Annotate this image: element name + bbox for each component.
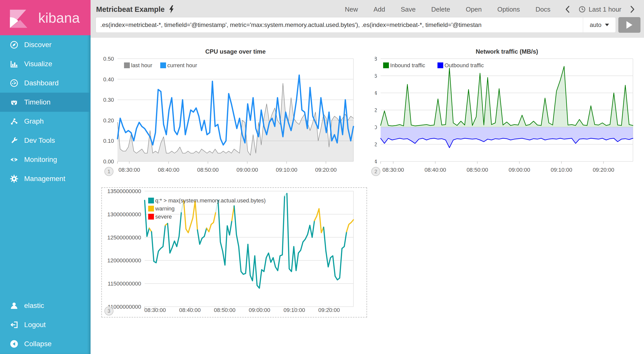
series-line-q-max-system-memory-actual-used-bytes- bbox=[151, 225, 165, 263]
series-line-q-max-system-memory-actual-used-bytes- bbox=[207, 212, 216, 232]
legend-swatch[interactable] bbox=[148, 206, 154, 211]
y-tick-label: 0.20 bbox=[103, 117, 114, 124]
legend-label[interactable]: last hour bbox=[131, 62, 152, 68]
bar-chart-icon bbox=[10, 59, 19, 68]
y-tick-label: 12500000000 bbox=[107, 234, 141, 241]
sidebar-item-label: Graph bbox=[24, 117, 44, 125]
sidebar-item-monitoring[interactable]: Monitoring bbox=[0, 150, 91, 169]
chevron-left-icon[interactable] bbox=[565, 6, 570, 13]
series-line-q-max-system-memory-actual-used-bytes- bbox=[218, 200, 232, 265]
menu-item-open[interactable]: Open bbox=[466, 6, 482, 13]
series-line-q-max-system-memory-actual-used-bytes- bbox=[314, 209, 324, 233]
sidebar-item-dashboard[interactable]: Dashboard bbox=[0, 74, 91, 93]
sidebar-item-graph[interactable]: Graph bbox=[0, 112, 91, 131]
menu-item-docs[interactable]: Docs bbox=[536, 6, 550, 13]
logout-icon bbox=[10, 320, 19, 329]
series-line-Outbound-traffic bbox=[381, 138, 633, 148]
sidebar-item-dev-tools[interactable]: Dev Tools bbox=[0, 131, 91, 150]
sidebar-item-discover[interactable]: Discover bbox=[0, 35, 91, 54]
compass-icon bbox=[10, 40, 19, 49]
x-tick-label: 09:00:00 bbox=[249, 307, 270, 313]
sheet-bolt-icon bbox=[169, 5, 174, 13]
sidebar-item-label: Dev Tools bbox=[24, 136, 55, 145]
legend-label[interactable]: Outbound traffic bbox=[445, 62, 484, 68]
y-tick-label: -2 bbox=[375, 141, 377, 148]
sidebar-item-label: Timelion bbox=[24, 98, 51, 106]
legend-swatch[interactable] bbox=[148, 214, 154, 220]
sidebar-footer-item-collapse[interactable]: Collapse bbox=[0, 334, 91, 353]
topbar: Metricbeat Example NewAddSaveDeleteOpenO… bbox=[91, 0, 644, 38]
menu-item-add[interactable]: Add bbox=[374, 6, 385, 13]
sidebar-item-visualize[interactable]: Visualize bbox=[0, 54, 91, 74]
sidebar-item-timelion[interactable]: Timelion bbox=[0, 93, 91, 112]
memory-chart[interactable]: 1350000000013000000000125000000001200000… bbox=[101, 187, 367, 317]
legend-swatch[interactable] bbox=[437, 62, 443, 68]
sidebar-item-label: Visualize bbox=[24, 60, 52, 68]
y-tick-label: 0.10 bbox=[103, 138, 114, 144]
sidebar-footer: elasticLogoutCollapse bbox=[0, 296, 91, 353]
legend-swatch[interactable] bbox=[383, 62, 389, 68]
timelion-expression-input[interactable] bbox=[96, 17, 583, 32]
timelion-lion-icon bbox=[10, 98, 19, 107]
y-tick-label: 6 bbox=[375, 73, 377, 79]
sidebar-item-label: Management bbox=[24, 175, 65, 183]
x-tick-label: 08:50:00 bbox=[467, 167, 488, 173]
play-icon bbox=[626, 21, 633, 29]
sidebar-item-management[interactable]: Management bbox=[0, 169, 91, 188]
collapse-icon bbox=[10, 339, 19, 348]
x-tick-label: 08:40:00 bbox=[425, 167, 446, 173]
title-row: Metricbeat Example NewAddSaveDeleteOpenO… bbox=[91, 0, 644, 16]
series-line-q-max-system-memory-actual-used-bytes- bbox=[184, 200, 197, 233]
run-expression-button[interactable] bbox=[618, 17, 640, 33]
y-tick-label: 11500000000 bbox=[108, 280, 141, 287]
sidebar-item-label: Logout bbox=[24, 321, 46, 329]
eye-icon bbox=[10, 155, 19, 164]
panel-badge-1: 1 bbox=[104, 167, 113, 176]
dashboard-icon bbox=[10, 79, 19, 88]
y-tick-label: 0.30 bbox=[103, 97, 114, 103]
interval-select[interactable]: auto bbox=[583, 17, 616, 32]
chevron-right-icon[interactable] bbox=[630, 6, 635, 13]
series-line-q-max-system-memory-actual-used-bytes- bbox=[149, 228, 151, 232]
series-fill-Inbound-traffic bbox=[381, 66, 633, 127]
wrench-icon bbox=[10, 136, 19, 145]
legend-label[interactable]: q:* > max(system.memory.actual.used.byte… bbox=[155, 197, 266, 204]
menu-item-delete[interactable]: Delete bbox=[431, 6, 450, 13]
cpu-usage-chart[interactable]: 0.500.400.300.200.100.0008:30:0008:40:00… bbox=[101, 47, 368, 176]
legend-label[interactable]: current hour bbox=[167, 62, 197, 68]
kibana-logo[interactable]: kibana bbox=[0, 0, 91, 35]
y-tick-label: 8 bbox=[375, 56, 377, 62]
sidebar-item-label: Dashboard bbox=[24, 79, 59, 87]
y-tick-label: 4 bbox=[375, 90, 377, 96]
panel-badge-2: 2 bbox=[371, 167, 380, 176]
legend-swatch[interactable] bbox=[148, 198, 154, 203]
sidebar-item-label: elastic bbox=[24, 302, 44, 310]
menu-item-new[interactable]: New bbox=[345, 6, 358, 13]
cpu-usage-chart-svg: 0.500.400.300.200.100.0008:30:0008:40:00… bbox=[101, 47, 368, 176]
sidebar-footer-item-logout[interactable]: Logout bbox=[0, 315, 91, 334]
x-tick-label: 09:10:00 bbox=[551, 167, 572, 173]
series-line-q-max-system-memory-actual-used-bytes- bbox=[324, 227, 346, 280]
sidebar-item-label: Collapse bbox=[24, 340, 52, 348]
legend-swatch[interactable] bbox=[160, 62, 166, 68]
x-tick-label: 09:20:00 bbox=[315, 167, 337, 173]
legend-label[interactable]: warning bbox=[155, 205, 175, 212]
series-line-current-hour bbox=[117, 75, 353, 145]
series-fill-Outbound-traffic bbox=[381, 127, 633, 148]
legend-label[interactable]: Inbound traffic bbox=[390, 62, 425, 68]
time-picker-group: Last 1 hour bbox=[565, 6, 635, 13]
network-traffic-chart[interactable]: 86420-2-408:30:0008:40:0008:50:0009:00:0… bbox=[375, 47, 642, 176]
time-picker-button[interactable]: Last 1 hour bbox=[579, 6, 621, 13]
sidebar-footer-item-elastic[interactable]: elastic bbox=[0, 296, 91, 315]
y-tick-label: 0.40 bbox=[103, 76, 114, 83]
menu-item-save[interactable]: Save bbox=[401, 6, 416, 13]
timelion-expression-box: auto bbox=[96, 17, 616, 33]
legend-swatch[interactable] bbox=[124, 62, 130, 68]
page-title: Metricbeat Example bbox=[96, 5, 165, 14]
sidebar-item-label: Discover bbox=[24, 41, 52, 49]
legend-label[interactable]: severe bbox=[155, 214, 172, 220]
sidebar: kibana DiscoverVisualizeDashboardTimelio… bbox=[0, 0, 91, 354]
x-tick-label: 09:10:00 bbox=[276, 167, 297, 173]
clock-icon bbox=[579, 6, 586, 13]
menu-item-options[interactable]: Options bbox=[497, 6, 520, 13]
